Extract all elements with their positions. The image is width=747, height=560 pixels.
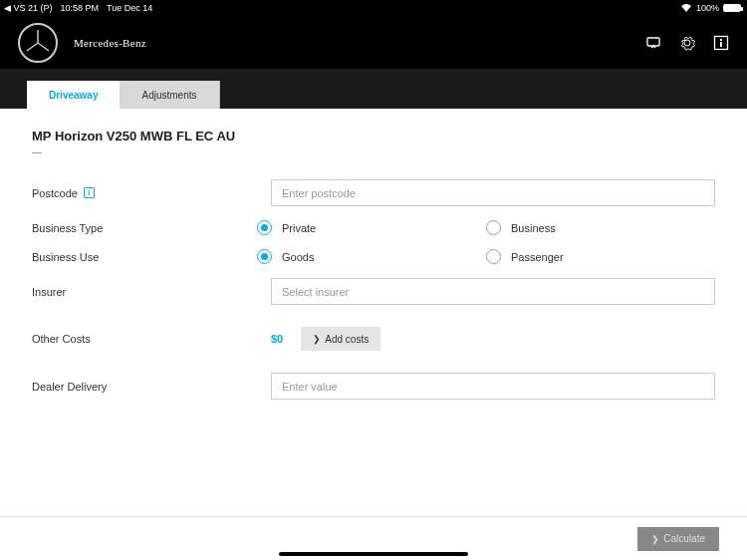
battery-percent: 100% [696,3,719,13]
svg-line-2 [38,43,49,51]
row-other-costs: Other Costs $0 ❯ Add costs [32,327,715,351]
chevron-right-icon: ❯ [651,534,659,544]
insurer-select[interactable] [271,278,715,305]
app-header: Mercedes-Benz [0,16,747,69]
row-postcode: Postcode i [32,179,715,206]
radio-business[interactable]: Business [486,220,715,235]
svg-rect-3 [647,38,659,46]
add-costs-button[interactable]: ❯ Add costs [301,327,380,351]
postcode-input[interactable] [271,179,715,206]
chevron-right-icon: ❯ [313,334,321,344]
dealer-delivery-input[interactable] [271,373,715,400]
add-costs-label: Add costs [325,334,369,345]
radio-icon [486,220,501,235]
radio-passenger[interactable]: Passenger [486,249,715,264]
row-business-type: Business Type Private Business [32,220,715,235]
label-insurer: Insurer [32,286,66,298]
label-postcode: Postcode [32,187,78,199]
battery-icon [723,4,741,12]
status-time: 10:58 PM [61,3,100,13]
radio-label: Passenger [511,251,564,263]
svg-rect-5 [720,42,722,47]
tab-label: Driveaway [49,90,98,101]
page-subtitle: — [32,146,715,157]
info-icon[interactable]: i [84,187,95,198]
radio-label: Private [282,222,316,234]
radio-goods[interactable]: Goods [257,249,486,264]
presenter-icon[interactable] [645,35,661,51]
svg-rect-6 [720,39,722,41]
radio-label: Business [511,222,556,234]
label-business-type: Business Type [32,222,103,234]
other-costs-value: $0 [271,333,283,345]
radio-icon [257,220,272,235]
row-business-use: Business Use Goods Passenger [32,249,715,264]
radio-icon [257,249,272,264]
row-dealer-delivery: Dealer Delivery [32,373,715,400]
label-business-use: Business Use [32,251,99,263]
svg-line-1 [27,43,38,51]
mercedes-logo-icon [18,23,58,63]
tab-adjustments[interactable]: Adjustments [120,81,219,109]
wifi-icon [680,3,692,14]
radio-icon [486,249,501,264]
tab-strip: Driveaway Adjustments [0,69,747,109]
info-square-icon[interactable] [713,35,729,51]
label-other-costs: Other Costs [32,333,91,345]
tab-driveaway[interactable]: Driveaway [27,81,120,109]
row-insurer: Insurer [32,278,715,305]
tab-label: Adjustments [141,90,196,101]
home-indicator [279,552,468,556]
calculate-button[interactable]: ❯ Calculate [637,527,719,551]
content: MP Horizon V250 MWB FL EC AU — Postcode … [0,109,747,433]
label-dealer-delivery: Dealer Delivery [32,381,107,393]
gear-icon[interactable] [679,35,695,51]
status-bar: ◀ VS 21 (P) 10:58 PM Tue Dec 14 100% [0,0,747,16]
status-back[interactable]: ◀ VS 21 (P) [6,3,53,13]
page-title: MP Horizon V250 MWB FL EC AU [32,129,715,143]
calculate-label: Calculate [663,533,705,544]
brand-name: Mercedes-Benz [74,37,146,49]
driveaway-form: Postcode i Business Type Private Busines… [32,179,715,400]
radio-label: Goods [282,251,314,263]
brand: Mercedes-Benz [18,23,146,63]
radio-private[interactable]: Private [257,220,486,235]
status-date: Tue Dec 14 [107,3,152,13]
